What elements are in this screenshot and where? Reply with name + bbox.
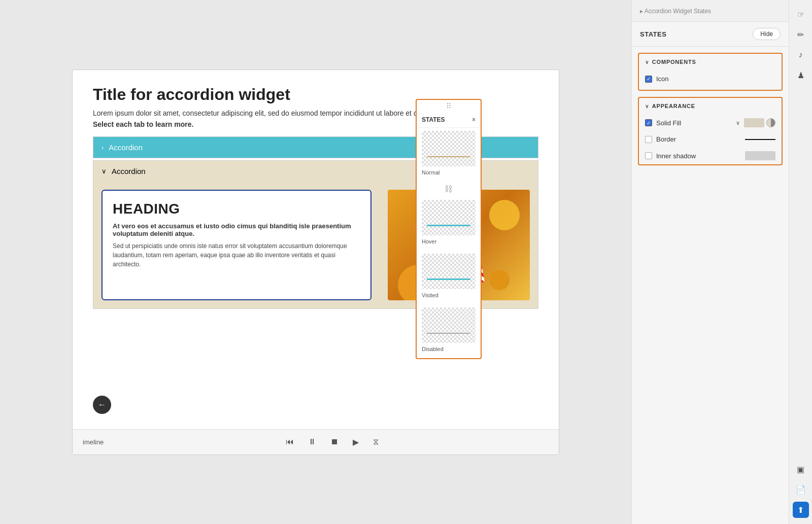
top-breadcrumb: ▸ Accordion Widget States [640,8,711,15]
document-button[interactable]: 📄 [793,481,809,498]
heading-card: HEADING At vero eos et accusamus et iust… [101,190,371,300]
icon-checkbox[interactable]: ✓ [645,76,652,83]
music-button[interactable]: ♪ [793,47,809,63]
main-canvas: Title for accordion widget Lorem ipsum d… [0,0,631,524]
right-panel: ▸ Accordion Widget States STATES Hide ∨ … [631,0,789,524]
components-section-header[interactable]: ∨ COMPONENTS [639,54,782,70]
components-title: COMPONENTS [652,59,696,65]
states-floating-header: STATES × [417,112,481,128]
state-disabled[interactable]: Disabled [417,304,481,358]
orange-circle-3 [489,270,510,290]
timeline-bar: imeline ⏮ ⏸ ⏹ ▶ ⧖ [73,429,559,455]
close-icon[interactable]: × [472,116,476,123]
link-icon: ⛓ [417,182,481,197]
solid-fill-checkbox[interactable]: ✓ [645,119,652,126]
accordion-label-1: Accordion [109,143,143,152]
state-visited-line [427,278,470,280]
states-title: STATES [640,30,666,38]
inner-shadow-checkbox[interactable] [645,152,652,159]
state-normal-label: Normal [422,169,476,176]
appearance-section: ∨ APPEARANCE ✓ Solid Fill ∨ Border [638,97,783,165]
state-disabled-preview [422,307,476,343]
inner-shadow-preview [745,151,775,160]
draw-button[interactable]: ✏ [793,26,809,43]
accordion-label-2: Accordion [112,167,146,176]
border-preview [745,139,775,140]
share-button[interactable]: ⬆ [793,502,809,518]
state-hover-label: Hover [422,238,476,244]
state-visited-label: Visited [422,292,476,298]
chevron-right-icon: › [101,144,104,151]
state-disabled-line [427,333,470,334]
fill-color-swatch[interactable] [744,118,764,127]
skip-back-button[interactable]: ⏮ [284,435,296,448]
person-button[interactable]: ♟ [793,67,809,83]
states-header-row: STATES Hide [632,22,789,47]
caption-button[interactable]: ⧖ [371,435,381,448]
component-icon-row: ✓ Icon [645,73,775,85]
fill-mode-icon[interactable] [766,118,775,127]
state-normal[interactable]: Normal [417,128,481,182]
back-arrow-icon: ← [98,400,106,409]
heading-body: Sed ut perspiciatis unde omnis iste natu… [113,241,360,269]
heading-title: HEADING [113,201,360,217]
timeline-controls: ⏮ ⏸ ⏹ ▶ ⧖ [284,435,381,449]
appearance-section-header[interactable]: ∨ APPEARANCE [639,98,782,114]
right-panel-top: ▸ Accordion Widget States [632,0,789,22]
hide-button[interactable]: Hide [753,28,781,40]
inner-shadow-row: Inner shadow [639,147,782,164]
cursor-button[interactable]: ☞ [793,6,809,22]
back-button[interactable]: ← [93,396,111,414]
orange-circle-2 [489,200,520,230]
timeline-label: imeline [83,438,104,446]
components-content: ✓ Icon [639,70,782,90]
state-visited[interactable]: Visited [417,251,481,304]
drag-handle[interactable]: ⠿ [417,100,481,112]
solid-fill-control[interactable] [744,118,775,127]
play-button[interactable]: ▶ [351,435,361,449]
components-section: ∨ COMPONENTS ✓ Icon [638,53,783,91]
state-disabled-label: Disabled [422,346,476,352]
state-hover-line [427,225,470,226]
components-chevron-icon: ∨ [645,59,649,65]
icon-label: Icon [656,75,669,83]
drag-icon: ⠿ [446,102,451,110]
state-visited-preview [422,254,476,289]
states-floating-panel: ⠿ STATES × Normal ⛓ Hover [416,99,482,359]
border-checkbox[interactable] [645,136,652,143]
inner-shadow-label: Inner shadow [656,152,741,160]
pause-button[interactable]: ⏸ [306,435,318,448]
state-normal-line [427,156,470,157]
icon-bar: ☞ ✏ ♪ ♟ ▣ 📄 ⬆ [789,0,812,524]
solid-fill-label: Solid Fill [656,119,731,127]
chevron-down-icon: ∨ [101,167,107,175]
heading-sub: At vero eos et accusamus et iusto odio c… [113,222,360,237]
canvas-frame: Title for accordion widget Lorem ipsum d… [72,69,559,455]
solid-fill-dropdown-icon[interactable]: ∨ [736,120,740,126]
state-normal-preview [422,131,476,166]
border-label: Border [656,135,741,143]
solid-fill-row: ✓ Solid Fill ∨ [639,114,782,131]
states-floating-title: STATES [422,116,445,123]
appearance-chevron-icon: ∨ [645,103,649,109]
stop-button[interactable]: ⏹ [328,435,341,448]
layout-button[interactable]: ▣ [793,461,809,477]
appearance-title: APPEARANCE [652,103,695,109]
state-hover-preview [422,200,476,235]
state-hover[interactable]: Hover [417,197,481,251]
border-row: Border [639,131,782,147]
